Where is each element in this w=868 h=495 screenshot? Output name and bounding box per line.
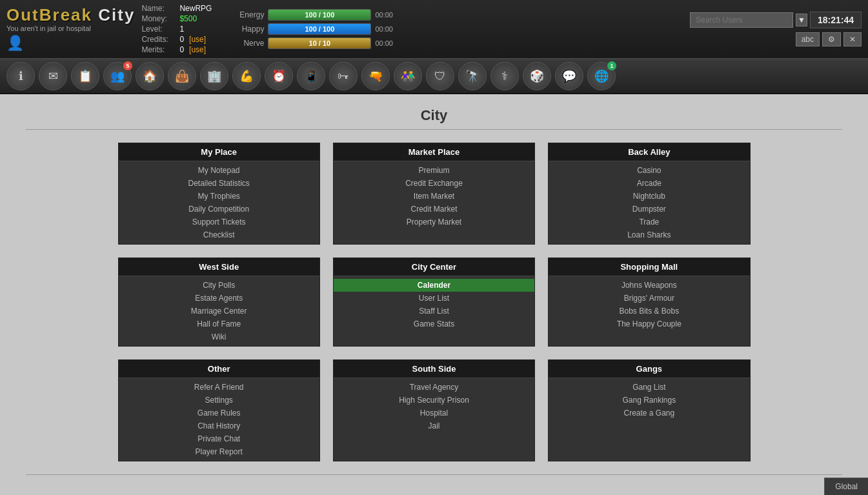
city-link-item-market[interactable]: Item Market bbox=[334, 190, 534, 203]
header: OutBreak City You aren't in jail or hosp… bbox=[0, 0, 868, 59]
city-link-wiki[interactable]: Wiki bbox=[119, 330, 319, 343]
happy-bar-fill: 100 / 100 bbox=[268, 24, 370, 34]
settings-button[interactable]: ⚙ bbox=[822, 32, 841, 46]
close-button[interactable]: ✕ bbox=[843, 32, 862, 46]
city-link-player-report[interactable]: Player Report bbox=[119, 445, 319, 458]
city-link-gang-rankings[interactable]: Gang Rankings bbox=[549, 394, 749, 407]
block-title-market-place: Market Place bbox=[334, 143, 534, 161]
dice-icon[interactable]: 🎲 bbox=[523, 62, 551, 90]
player-name: NewRPG bbox=[179, 4, 212, 13]
gun-icon[interactable]: 🔫 bbox=[361, 62, 390, 90]
city-link-settings[interactable]: Settings bbox=[119, 394, 319, 407]
merits-use-link[interactable]: [use] bbox=[189, 45, 206, 54]
city-block-my-place: My PlaceMy NotepadDetailed StatisticsMy … bbox=[118, 143, 320, 245]
city-link-property-market[interactable]: Property Market bbox=[334, 216, 534, 228]
city-block-other: OtherRefer A FriendSettingsGame RulesCha… bbox=[118, 359, 320, 461]
city-link-nightclub[interactable]: Nightclub bbox=[549, 190, 749, 203]
city-link-dumpster[interactable]: Dumpster bbox=[549, 203, 749, 216]
city-link-loan-sharks[interactable]: Loan Sharks bbox=[549, 228, 749, 241]
city-link-checklist[interactable]: Checklist bbox=[119, 228, 319, 241]
city-link-game-rules[interactable]: Game Rules bbox=[119, 407, 319, 419]
gym-icon[interactable]: 💪 bbox=[232, 62, 261, 90]
city-link-the-happy-couple[interactable]: The Happy Couple bbox=[549, 318, 749, 330]
city-link-credit-market[interactable]: Credit Market bbox=[334, 203, 534, 216]
binoculars-icon[interactable]: 🔭 bbox=[458, 62, 487, 90]
energy-label: Energy bbox=[238, 10, 264, 19]
block-title-city-center: City Center bbox=[334, 258, 534, 276]
city-link-daily-competition[interactable]: Daily Competition bbox=[119, 203, 319, 216]
bag-icon[interactable]: 👜 bbox=[168, 62, 196, 90]
globe-icon[interactable]: 🌐1 bbox=[587, 62, 616, 90]
mail-icon[interactable]: ✉ bbox=[39, 62, 67, 90]
city-link-jail[interactable]: Jail bbox=[334, 419, 534, 432]
credits-use-link[interactable]: [use] bbox=[189, 35, 206, 44]
shield-icon[interactable]: 🛡 bbox=[426, 62, 454, 90]
block-title-other: Other bbox=[119, 360, 319, 378]
city-link-hospital[interactable]: Hospital bbox=[334, 407, 534, 419]
city-link-trade[interactable]: Trade bbox=[549, 216, 749, 228]
happy-bar: 100 / 100 bbox=[268, 23, 371, 35]
money-label: Money: bbox=[141, 14, 177, 23]
city-link-high-security-prison[interactable]: High Security Prison bbox=[334, 394, 534, 407]
player-credits: 0 bbox=[179, 35, 184, 44]
info-icon[interactable]: ℹ bbox=[6, 62, 35, 90]
city-link-my-notepad[interactable]: My Notepad bbox=[119, 164, 319, 177]
key-icon[interactable]: 🗝 bbox=[329, 62, 358, 90]
city-link-johns-weapons[interactable]: Johns Weapons bbox=[549, 279, 749, 292]
city-link-bobs-bits-&-bobs[interactable]: Bobs Bits & Bobs bbox=[549, 305, 749, 318]
city-link-refer-a-friend[interactable]: Refer A Friend bbox=[119, 381, 319, 394]
chat-icon[interactable]: 💬 bbox=[555, 62, 583, 90]
city-link-city-polls[interactable]: City Polls bbox=[119, 279, 319, 292]
phone-icon[interactable]: 📱 bbox=[297, 62, 325, 90]
city-link-detailed-statistics[interactable]: Detailed Statistics bbox=[119, 177, 319, 190]
logo: OutBreak City bbox=[6, 6, 135, 23]
city-link-staff-list[interactable]: Staff List bbox=[334, 305, 534, 318]
player-money: $500 bbox=[179, 14, 197, 23]
nerve-time: 00:00 bbox=[375, 39, 401, 47]
friends-icon[interactable]: 👥5 bbox=[103, 62, 132, 90]
city-link-hall-of-fame[interactable]: Hall of Fame bbox=[119, 318, 319, 330]
city-block-shopping-mall: Shopping MallJohns WeaponsBriggs' Armour… bbox=[548, 258, 750, 347]
city-link-my-trophies[interactable]: My Trophies bbox=[119, 190, 319, 203]
energy-bar: 100 / 100 bbox=[268, 9, 371, 21]
medical-icon[interactable]: ⚕ bbox=[490, 62, 519, 90]
merits-label: Merits: bbox=[141, 45, 177, 54]
time-display: 18:21:44 bbox=[810, 12, 862, 28]
city-link-game-stats[interactable]: Game Stats bbox=[334, 318, 534, 330]
city-link-chat-history[interactable]: Chat History bbox=[119, 419, 319, 432]
logo-area: OutBreak City You aren't in jail or hosp… bbox=[6, 6, 135, 52]
city-link-premium[interactable]: Premium bbox=[334, 164, 534, 177]
block-title-back-alley: Back Alley bbox=[549, 143, 749, 161]
city-link-estate-agents[interactable]: Estate Agents bbox=[119, 292, 319, 305]
city-link-gang-list[interactable]: Gang List bbox=[549, 381, 749, 394]
city-link-credit-exchange[interactable]: Credit Exchange bbox=[334, 177, 534, 190]
jail-icon[interactable]: 🏢 bbox=[200, 62, 228, 90]
nerve-bar-fill: 10 / 10 bbox=[268, 38, 370, 48]
city-link-briggs'-armour[interactable]: Briggs' Armour bbox=[549, 292, 749, 305]
city-link-casino[interactable]: Casino bbox=[549, 164, 749, 177]
block-title-gangs: Gangs bbox=[549, 360, 749, 378]
city-link-private-chat[interactable]: Private Chat bbox=[119, 432, 319, 445]
city-link-support-tickets[interactable]: Support Tickets bbox=[119, 216, 319, 228]
abc-button[interactable]: abc bbox=[796, 32, 820, 46]
city-grid: My PlaceMy NotepadDetailed StatisticsMy … bbox=[118, 143, 751, 461]
home-icon[interactable]: 🏠 bbox=[136, 62, 164, 90]
avatar: 👤 bbox=[6, 35, 24, 52]
city-link-arcade[interactable]: Arcade bbox=[549, 177, 749, 190]
energy-bar-fill: 100 / 100 bbox=[268, 10, 370, 20]
people-icon[interactable]: 👫 bbox=[394, 62, 422, 90]
city-link-user-list[interactable]: User List bbox=[334, 292, 534, 305]
notepad-icon[interactable]: 📋 bbox=[71, 62, 99, 90]
clock-icon[interactable]: ⏰ bbox=[265, 62, 293, 90]
happy-time: 00:00 bbox=[375, 25, 401, 33]
city-link-marriage-center[interactable]: Marriage Center bbox=[119, 305, 319, 318]
city-link-create-a-gang[interactable]: Create a Gang bbox=[549, 407, 749, 419]
search-input[interactable] bbox=[690, 12, 793, 28]
search-area: ▼ 18:21:44 abc ⚙ ✕ bbox=[690, 12, 862, 46]
city-link-calender[interactable]: Calender bbox=[334, 279, 534, 292]
search-dropdown[interactable]: ▼ bbox=[796, 14, 807, 26]
global-button[interactable]: Global bbox=[824, 478, 868, 495]
nerve-bar: 10 / 10 bbox=[268, 37, 371, 49]
credits-label: Credits: bbox=[141, 35, 177, 44]
city-link-travel-agency[interactable]: Travel Agency bbox=[334, 381, 534, 394]
